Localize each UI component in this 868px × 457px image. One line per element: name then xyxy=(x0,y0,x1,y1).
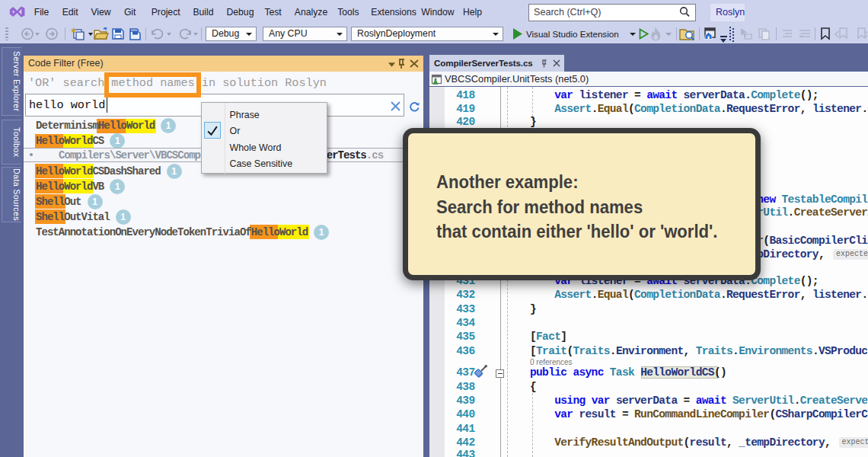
svg-text:2: 2 xyxy=(799,31,803,39)
